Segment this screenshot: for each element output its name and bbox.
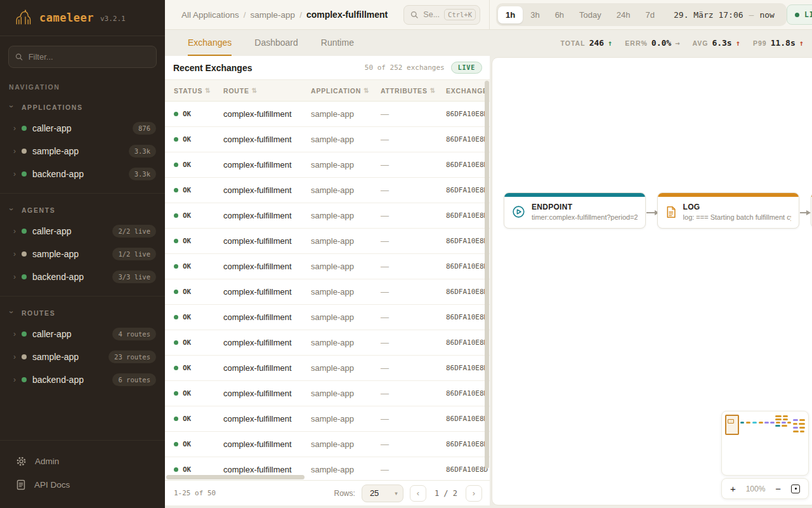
status-text: OK xyxy=(183,110,191,118)
table-row[interactable]: OK complex-fulfillment sample-app — 86DF… xyxy=(165,178,490,203)
cell-status: OK xyxy=(174,288,223,296)
item-name: backend-app xyxy=(32,375,107,385)
tab-runtime[interactable]: Runtime xyxy=(321,30,354,56)
status-text: OK xyxy=(183,313,191,321)
table-row[interactable]: OK complex-fulfillment sample-app — 86DF… xyxy=(165,229,490,254)
node-body: LOG log: === Starting batch fulfillment … xyxy=(658,197,799,228)
stat-value: 0.0% xyxy=(652,38,671,48)
filter-input[interactable] xyxy=(29,52,150,62)
stat-value: 11.8s xyxy=(771,38,796,48)
table-row[interactable]: OK complex-fulfillment sample-app — 86DF… xyxy=(165,432,490,457)
section-header-applications[interactable]: › APPLICATIONS xyxy=(0,97,165,117)
sidebar-item-api-docs[interactable]: API Docs xyxy=(0,473,165,497)
route-diagram-canvas[interactable]: ENDPOINT timer:complex-fulfillment?perio… xyxy=(492,57,812,505)
camel-logo-icon xyxy=(13,8,33,28)
ok-status-dot xyxy=(174,467,178,472)
column-header-route[interactable]: ROUTE ⇅ xyxy=(223,87,311,95)
zoom-out-button[interactable]: − xyxy=(775,484,781,493)
breadcrumb-app[interactable]: sample-app xyxy=(251,10,296,20)
breadcrumb-root[interactable]: All Applications xyxy=(181,10,239,20)
sidebar-item-route[interactable]: › sample-app 23 routes xyxy=(0,345,165,368)
live-status-pill: LIVE xyxy=(451,62,482,74)
range-button-7d[interactable]: 7d xyxy=(638,6,662,23)
sidebar-item-application[interactable]: › sample-app 3.3k xyxy=(0,140,165,163)
section-header-routes[interactable]: › ROUTES xyxy=(0,303,165,323)
sidebar-item-route[interactable]: › backend-app 6 routes xyxy=(0,368,165,391)
table-row[interactable]: OK complex-fulfillment sample-app — 86DF… xyxy=(165,330,490,356)
minimap-dash xyxy=(770,422,775,424)
sidebar-item-application[interactable]: › backend-app 3.3k xyxy=(0,163,165,185)
cell-route: complex-fulfillment xyxy=(223,287,311,297)
minimap[interactable] xyxy=(721,411,809,476)
ok-status-dot xyxy=(174,391,178,396)
zoom-in-button[interactable]: + xyxy=(730,484,736,493)
table-row[interactable]: OK complex-fulfillment sample-app — 86DF… xyxy=(165,356,490,381)
range-button-3h[interactable]: 3h xyxy=(523,6,547,23)
column-header-application[interactable]: APPLICATION ⇅ xyxy=(311,87,381,95)
cell-status: OK xyxy=(174,465,223,474)
range-button-24h[interactable]: 24h xyxy=(609,6,638,23)
cell-application: sample-app xyxy=(311,414,381,424)
cell-exchange-id: 86DFA10E8D xyxy=(446,364,490,372)
range-button-today[interactable]: Today xyxy=(572,6,609,23)
search-shortcut-kbd: Ctrl+K xyxy=(444,9,476,20)
vertical-scrollbar[interactable] xyxy=(485,81,489,469)
flow-node-log[interactable]: LOG log: === Starting batch fulfillment … xyxy=(657,192,799,229)
range-button-1h[interactable]: 1h xyxy=(498,6,523,23)
table-row[interactable]: OK complex-fulfillment sample-app — 86DF… xyxy=(165,406,490,432)
table-row[interactable]: OK complex-fulfillment sample-app — 86DF… xyxy=(165,152,490,178)
section-label: APPLICATIONS xyxy=(22,104,83,111)
table-row[interactable]: OK complex-fulfillment sample-app — 86DF… xyxy=(165,102,490,127)
sidebar-item-agent[interactable]: › backend-app 3/3 live xyxy=(0,265,165,288)
log-document-icon xyxy=(665,206,677,218)
minimap-graph xyxy=(722,411,808,475)
table-row[interactable]: OK complex-fulfillment sample-app — 86DF… xyxy=(165,279,490,305)
cell-exchange-id: 86DFA10E8D xyxy=(446,110,490,118)
live-toggle[interactable]: LIVE xyxy=(787,4,812,25)
filter-box[interactable] xyxy=(8,46,157,68)
section-header-agents[interactable]: › AGENTS xyxy=(0,200,165,220)
sidebar-item-admin[interactable]: Admin xyxy=(0,450,165,473)
table-row[interactable]: OK complex-fulfillment sample-app — 86DF… xyxy=(165,381,490,406)
column-header-exchange[interactable]: EXCHANGE xyxy=(446,87,490,95)
table-row[interactable]: OK complex-fulfillment sample-app — 86DF… xyxy=(165,127,490,152)
table-row[interactable]: OK complex-fulfillment sample-app — 86DF… xyxy=(165,254,490,279)
caret-down-icon: ▾ xyxy=(395,490,398,497)
flow-node-endpoint[interactable]: ENDPOINT timer:complex-fulfillment?perio… xyxy=(504,192,646,229)
prev-page-button[interactable]: ‹ xyxy=(410,485,426,502)
column-label: EXCHANGE xyxy=(446,87,488,95)
cell-application: sample-app xyxy=(311,389,381,398)
sidebar-footer: Admin API Docs xyxy=(0,440,165,508)
stat-label: AVG xyxy=(692,39,708,47)
table-row[interactable]: OK complex-fulfillment sample-app — 86DF… xyxy=(165,305,490,330)
minimap-viewport[interactable] xyxy=(725,415,739,435)
main-area: All Applications / sample-app / complex-… xyxy=(165,0,812,508)
sidebar-section-applications: › APPLICATIONS › caller-app 876 › sample… xyxy=(0,93,165,196)
cell-attributes: — xyxy=(381,389,446,398)
range-button-6h[interactable]: 6h xyxy=(547,6,572,23)
pagination: 1-25 of 50 Rows: 25 ▾ ‹ 1 / 2 › xyxy=(165,480,490,505)
sidebar-item-agent[interactable]: › caller-app 2/2 live xyxy=(0,220,165,243)
status-text: OK xyxy=(183,389,191,398)
column-header-status[interactable]: STATUS ⇅ xyxy=(174,87,223,95)
item-name: caller-app xyxy=(32,123,127,133)
rows-per-page-select[interactable]: 25 ▾ xyxy=(362,485,403,502)
sidebar-item-application[interactable]: › caller-app 876 xyxy=(0,117,165,140)
column-header-attributes[interactable]: ATTRIBUTES ⇅ xyxy=(381,87,446,95)
sort-icon: ⇅ xyxy=(363,87,369,94)
table-row[interactable]: OK complex-fulfillment sample-app — 86DF… xyxy=(165,203,490,229)
count-badge: 876 xyxy=(133,122,156,135)
time-range-display[interactable]: 29. März 17:06 — now xyxy=(662,10,785,20)
tab-exchanges[interactable]: Exchanges xyxy=(188,30,232,56)
sidebar-item-route[interactable]: › caller-app 4 routes xyxy=(0,323,165,345)
search-box[interactable]: Se... Ctrl+K xyxy=(403,5,480,25)
trend-flat-icon: → xyxy=(675,39,679,48)
next-page-button[interactable]: › xyxy=(466,485,482,502)
sidebar-item-agent[interactable]: › sample-app 1/2 live xyxy=(0,243,165,265)
topbar: All Applications / sample-app / complex-… xyxy=(165,0,812,30)
fit-view-button[interactable] xyxy=(791,485,800,493)
table-body: OK complex-fulfillment sample-app — 86DF… xyxy=(165,102,490,480)
horizontal-scrollbar[interactable] xyxy=(166,475,304,479)
item-name: caller-app xyxy=(32,329,107,339)
tab-dashboard[interactable]: Dashboard xyxy=(254,30,298,56)
